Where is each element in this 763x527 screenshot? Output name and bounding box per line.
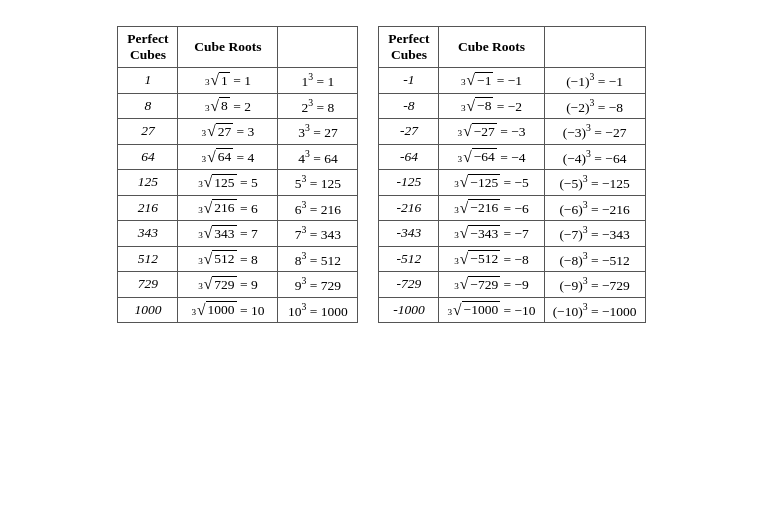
table-row: 2163√216 = 663 = 216 [118,195,358,221]
perfect-cube-cell: 27 [118,119,178,145]
verify-cell: 73 = 343 [278,221,358,247]
table-row: 83√8 = 223 = 8 [118,93,358,119]
cube-root-cell: 3√125 = 5 [178,170,278,196]
perfect-cube-cell: -8 [379,93,439,119]
table-row: -2163√−216 = −6(−6)3 = −216 [379,195,645,221]
cube-root-cell: 3√8 = 2 [178,93,278,119]
cube-root-cell: 3√−8 = −2 [439,93,544,119]
perfect-cube-cell: -343 [379,221,439,247]
table-row: -273√−27 = −3(−3)3 = −27 [379,119,645,145]
perfect-cube-cell: 64 [118,144,178,170]
table-row: 273√27 = 333 = 27 [118,119,358,145]
verify-cell: 93 = 729 [278,272,358,298]
verify-cell: 43 = 64 [278,144,358,170]
perfect-cube-cell: 1 [118,68,178,94]
verify-cell: (−1)3 = −1 [544,68,645,94]
verify-cell: 53 = 125 [278,170,358,196]
perfect-cube-cell: 8 [118,93,178,119]
cube-root-cell: 3√27 = 3 [178,119,278,145]
perfect-cube-cell: 343 [118,221,178,247]
verify-cell: 23 = 8 [278,93,358,119]
table-row: -13√−1 = −1(−1)3 = −1 [379,68,645,94]
cube-root-cell: 3√−343 = −7 [439,221,544,247]
perfect-cube-cell: 729 [118,272,178,298]
table-row: 10003√1000 = 10103 = 1000 [118,297,358,323]
table-row: -7293√−729 = −9(−9)3 = −729 [379,272,645,298]
verify-cell: (−10)3 = −1000 [544,297,645,323]
cube-root-cell: 3√1000 = 10 [178,297,278,323]
left-header-verify [278,27,358,68]
table-row: 7293√729 = 993 = 729 [118,272,358,298]
verify-cell: 63 = 216 [278,195,358,221]
perfect-cube-cell: 125 [118,170,178,196]
verify-cell: 103 = 1000 [278,297,358,323]
cube-root-cell: 3√729 = 9 [178,272,278,298]
table-row: -1253√−125 = −5(−5)3 = −125 [379,170,645,196]
verify-cell: (−3)3 = −27 [544,119,645,145]
cube-root-cell: 3√1 = 1 [178,68,278,94]
verify-cell: 33 = 27 [278,119,358,145]
perfect-cube-cell: -729 [379,272,439,298]
cube-root-cell: 3√−1 = −1 [439,68,544,94]
verify-cell: 83 = 512 [278,246,358,272]
right-header-verify [544,27,645,68]
table-row: 5123√512 = 883 = 512 [118,246,358,272]
cube-root-cell: 3√−216 = −6 [439,195,544,221]
cube-root-cell: 3√64 = 4 [178,144,278,170]
perfect-cube-cell: -27 [379,119,439,145]
verify-cell: (−8)3 = −512 [544,246,645,272]
perfect-cube-cell: 1000 [118,297,178,323]
perfect-cube-cell: -64 [379,144,439,170]
table-row: 643√64 = 443 = 64 [118,144,358,170]
table-row: -3433√−343 = −7(−7)3 = −343 [379,221,645,247]
verify-cell: (−5)3 = −125 [544,170,645,196]
page: PerfectCubes Cube Roots 13√1 = 113 = 183… [0,0,763,527]
perfect-cube-cell: -216 [379,195,439,221]
cube-root-cell: 3√−1000 = −10 [439,297,544,323]
left-table: PerfectCubes Cube Roots 13√1 = 113 = 183… [117,26,358,323]
table-row: -83√−8 = −2(−2)3 = −8 [379,93,645,119]
cube-root-cell: 3√343 = 7 [178,221,278,247]
table-row: 1253√125 = 553 = 125 [118,170,358,196]
left-header-cuberoot: Cube Roots [178,27,278,68]
perfect-cube-cell: 512 [118,246,178,272]
right-header-cuberoot: Cube Roots [439,27,544,68]
cube-root-cell: 3√−64 = −4 [439,144,544,170]
table-row: -5123√−512 = −8(−8)3 = −512 [379,246,645,272]
perfect-cube-cell: -1 [379,68,439,94]
left-header-perfect: PerfectCubes [118,27,178,68]
perfect-cube-cell: -1000 [379,297,439,323]
perfect-cube-cell: 216 [118,195,178,221]
table-row: -10003√−1000 = −10(−10)3 = −1000 [379,297,645,323]
cube-root-cell: 3√−512 = −8 [439,246,544,272]
verify-cell: (−2)3 = −8 [544,93,645,119]
cube-root-cell: 3√−729 = −9 [439,272,544,298]
right-table: PerfectCubes Cube Roots -13√−1 = −1(−1)3… [378,26,645,323]
verify-cell: (−9)3 = −729 [544,272,645,298]
verify-cell: (−4)3 = −64 [544,144,645,170]
perfect-cube-cell: -512 [379,246,439,272]
tables-container: PerfectCubes Cube Roots 13√1 = 113 = 183… [117,26,645,323]
cube-root-cell: 3√216 = 6 [178,195,278,221]
cube-root-cell: 3√−125 = −5 [439,170,544,196]
verify-cell: (−6)3 = −216 [544,195,645,221]
perfect-cube-cell: -125 [379,170,439,196]
verify-cell: 13 = 1 [278,68,358,94]
cube-root-cell: 3√−27 = −3 [439,119,544,145]
table-row: 13√1 = 113 = 1 [118,68,358,94]
verify-cell: (−7)3 = −343 [544,221,645,247]
cube-root-cell: 3√512 = 8 [178,246,278,272]
table-row: -643√−64 = −4(−4)3 = −64 [379,144,645,170]
right-header-perfect: PerfectCubes [379,27,439,68]
table-row: 3433√343 = 773 = 343 [118,221,358,247]
